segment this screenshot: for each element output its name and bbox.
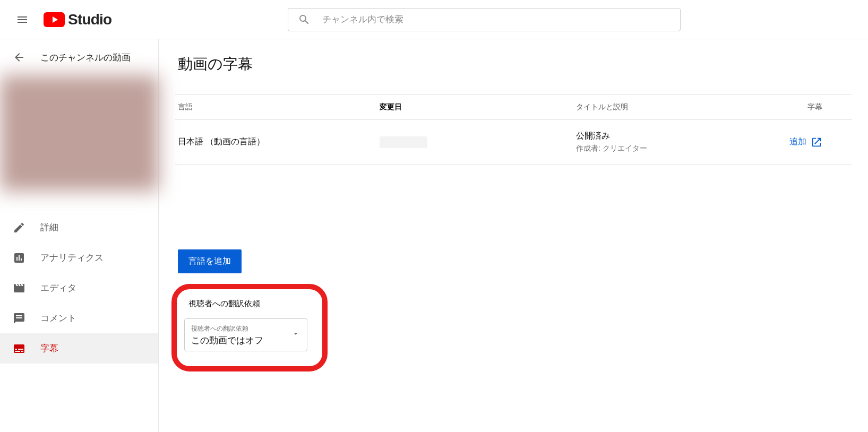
chevron-down-icon [292,330,299,340]
community-contribution-highlight: 視聴者への翻訳依頼 視聴者への翻訳依頼 この動画ではオフ [171,284,328,371]
language-row: 日本語 （動画の言語） 公開済み 作成者: クリエイター 追加 [175,120,852,165]
page-body: このチャンネルの動画 詳細 アナリティクス エディタ コメント 字幕 動画の字幕… [0,39,868,432]
redacted-date [380,136,427,148]
table-header-row: 言語 変更日 タイトルと説明 字幕 [175,94,852,120]
sidebar-item-subtitles[interactable]: 字幕 [0,333,158,364]
youtube-play-icon [44,12,65,27]
column-header-subtitles: 字幕 [772,102,849,112]
add-subtitles-link[interactable]: 追加 [789,136,822,148]
page-title: 動画の字幕 [175,54,852,74]
nav-label: コメント [40,312,76,324]
analytics-icon [13,252,25,264]
nav-label: 字幕 [40,342,58,355]
search-container [288,8,681,31]
sidebar-item-details[interactable]: 詳細 [0,212,158,243]
topbar: Studio [0,0,868,39]
community-contribution-select[interactable]: 視聴者への翻訳依頼 この動画ではオフ [184,318,307,351]
add-subtitles-label: 追加 [789,136,806,148]
open-in-new-icon [811,136,822,148]
nav-label: アナリティクス [40,252,104,264]
back-to-channel-videos[interactable]: このチャンネルの動画 [0,39,158,75]
subtitles-icon [13,342,25,355]
column-header-language: 言語 [178,102,380,112]
select-value: この動画ではオフ [191,334,300,347]
add-language-button[interactable]: 言語を追加 [178,249,242,273]
title-status-text: 公開済み [576,131,772,142]
youtube-studio-logo[interactable]: Studio [44,11,111,28]
column-header-modified[interactable]: 変更日 [380,102,576,112]
select-float-label: 視聴者への翻訳依頼 [191,324,300,333]
search-box[interactable] [288,8,681,31]
pencil-icon [13,221,25,234]
title-author-text: 作成者: クリエイター [576,144,772,153]
search-input[interactable] [322,14,671,25]
row-title-desc-status: 公開済み 作成者: クリエイター [576,131,772,153]
community-heading: 視聴者への翻訳依頼 [184,299,307,309]
video-thumbnail-blurred [0,75,159,191]
column-header-title-desc: タイトルと説明 [576,102,772,112]
editor-icon [13,282,25,295]
nav-label: 詳細 [40,221,58,234]
main-content: 動画の字幕 言語 変更日 タイトルと説明 字幕 日本語 （動画の言語） 公開済み… [159,39,868,432]
hamburger-menu-button[interactable] [12,9,33,30]
comment-icon [13,312,25,325]
logo-text: Studio [68,11,111,28]
back-label: このチャンネルの動画 [40,51,131,64]
sidebar-item-editor[interactable]: エディタ [0,273,158,303]
search-icon [298,13,311,26]
hamburger-icon [16,13,29,26]
sidebar: このチャンネルの動画 詳細 アナリティクス エディタ コメント 字幕 [0,39,159,432]
nav-label: エディタ [40,282,76,294]
row-modified-date [380,136,576,148]
arrow-left-icon [13,51,25,64]
sidebar-item-comments[interactable]: コメント [0,303,158,333]
row-subtitles-cell: 追加 [772,136,849,148]
row-language-name: 日本語 （動画の言語） [178,136,380,148]
sidebar-item-analytics[interactable]: アナリティクス [0,243,158,273]
